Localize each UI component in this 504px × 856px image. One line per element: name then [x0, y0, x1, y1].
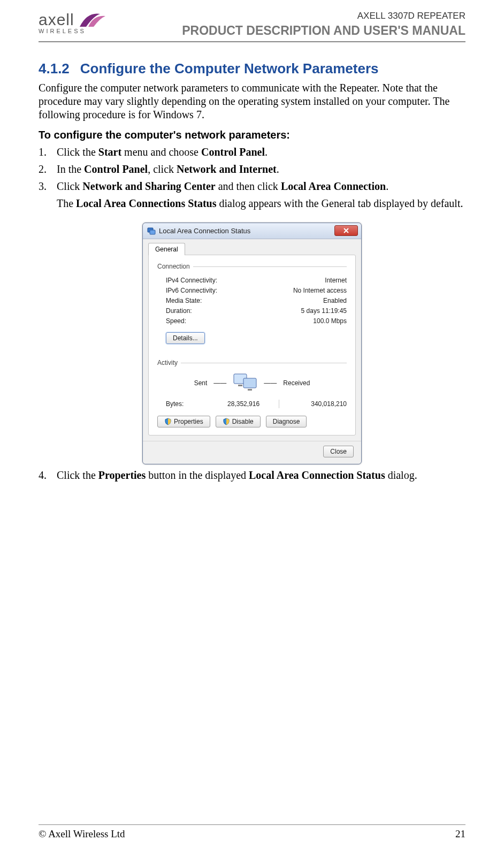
dialog-titlebar: Local Area Connection Status: [143, 223, 361, 239]
copyright: © Axell Wireless Ltd: [39, 828, 125, 840]
connection-group-label: Connection: [157, 263, 347, 270]
diagnose-button[interactable]: Diagnose: [266, 416, 307, 427]
header-right: AXELL 3307D REPEATER PRODUCT DESCRIPTION…: [182, 11, 465, 38]
svg-rect-4: [238, 385, 242, 386]
page-header: axell WIRELESS AXELL 3307D REPEATER PROD…: [39, 11, 465, 42]
close-button[interactable]: [334, 225, 358, 236]
dialog-figure: Local Area Connection Status General Con…: [39, 223, 465, 464]
sub-heading: To configure the computer's network para…: [39, 129, 465, 141]
bytes-label: Bytes:: [166, 400, 192, 408]
bytes-received-value: 340,018,210: [299, 400, 347, 408]
step-body: In the Control Panel, click Network and …: [57, 162, 465, 177]
svg-rect-5: [248, 389, 252, 391]
step-list: 1. Click the Start menu and choose Contr…: [39, 144, 465, 196]
step-number: 2.: [39, 162, 57, 177]
tab-general[interactable]: General: [148, 243, 185, 255]
tab-row: General: [143, 239, 361, 255]
details-button[interactable]: Details...: [166, 332, 205, 344]
step-number: 4.: [39, 468, 57, 483]
step-1: 1. Click the Start menu and choose Contr…: [39, 144, 465, 159]
activity-group-label: Activity: [157, 359, 347, 366]
shield-icon: [223, 418, 230, 425]
dash-icon: ——: [213, 379, 226, 387]
network-icon: [147, 227, 156, 235]
close-footer-button[interactable]: Close: [323, 446, 354, 457]
step-3-follow: The Local Area Connections Status dialog…: [57, 196, 465, 211]
step-4: 4. Click the Properties button in the di…: [39, 468, 465, 483]
disable-button[interactable]: Disable: [216, 416, 261, 427]
svg-rect-1: [150, 230, 155, 234]
step-body: Click the Start menu and choose Control …: [57, 144, 465, 159]
media-state-row: Media State:Enabled: [166, 297, 347, 304]
page-footer: © Axell Wireless Ltd 21: [39, 824, 465, 840]
tab-panel-general: Connection IPv4 Connectivity:Internet IP…: [148, 255, 356, 435]
step-number: 1.: [39, 144, 57, 159]
page: axell WIRELESS AXELL 3307D REPEATER PROD…: [0, 0, 504, 856]
ipv4-row: IPv4 Connectivity:Internet: [166, 277, 347, 284]
manual-line: PRODUCT DESCRIPTION AND USER'S MANUAL: [182, 24, 465, 38]
bytes-row: Bytes: 28,352,916 340,018,210: [166, 400, 347, 408]
step-2: 2. In the Control Panel, click Network a…: [39, 162, 465, 177]
intro-paragraph: Configure the computer network parameter…: [39, 81, 465, 121]
page-number: 21: [455, 828, 465, 840]
step-body: Click Network and Sharing Center and the…: [57, 179, 465, 194]
bytes-sent-value: 28,352,916: [211, 400, 259, 408]
ipv6-row: IPv6 Connectivity:No Internet access: [166, 287, 347, 294]
shield-icon: [164, 418, 172, 425]
dash-icon: ——: [264, 379, 277, 387]
properties-button[interactable]: Properties: [157, 416, 210, 427]
svg-rect-3: [243, 378, 256, 388]
section-title: Configure the Computer Network Parameter…: [80, 60, 379, 77]
details-row: Details...: [166, 332, 347, 344]
product-line: AXELL 3307D REPEATER: [182, 11, 465, 21]
action-button-row: Properties Disable Diagnose: [157, 416, 347, 427]
received-label: Received: [283, 379, 310, 387]
step-number: 3.: [39, 179, 57, 194]
brand-name: axell: [39, 11, 74, 29]
dialog-footer: Close: [143, 441, 361, 464]
sent-label: Sent: [194, 379, 208, 387]
separator: [279, 400, 279, 408]
dialog-title: Local Area Connection Status: [159, 227, 250, 235]
section-heading: 4.1.2Configure the Computer Network Para…: [39, 60, 465, 77]
section-number: 4.1.2: [39, 60, 70, 77]
duration-row: Duration:5 days 11:19:45: [166, 307, 347, 315]
step-3: 3. Click Network and Sharing Center and …: [39, 179, 465, 194]
brand-subtitle: WIRELESS: [39, 28, 86, 34]
monitors-icon: [233, 373, 257, 393]
brand-logo: axell WIRELESS: [39, 11, 108, 34]
brand-swoosh-icon: [78, 11, 108, 29]
step-list-cont: 4. Click the Properties button in the di…: [39, 468, 465, 485]
speed-row: Speed:100.0 Mbps: [166, 317, 347, 325]
close-icon: [343, 228, 349, 233]
step-body: Click the Properties button in the displ…: [57, 468, 465, 483]
activity-graphic: Sent —— —— Received: [157, 373, 347, 393]
local-area-connection-status-dialog: Local Area Connection Status General Con…: [142, 223, 362, 464]
